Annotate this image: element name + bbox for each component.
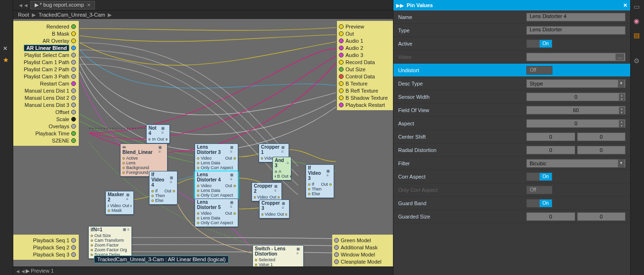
node-lens-distorter-3[interactable]: Lens Distorter 3⊞ ≡ VideoOutLens DataOnl… [195,143,238,172]
prop-row[interactable]: Center Shift00 [393,130,630,143]
node-cropper-3[interactable]: Cropper 3⊞ ≡ VideoOut [259,199,289,218]
inspector-header[interactable]: ▶▶ Pin Values ✕ [393,0,630,10]
toggle[interactable]: On [526,39,552,48]
prop-row[interactable]: Guard BandOn [393,197,630,210]
node-not4[interactable]: Not 4⊞ ≡ InOut [146,124,170,143]
io-port[interactable] [71,38,76,43]
io-port[interactable] [71,31,76,36]
io-port[interactable] [71,124,76,129]
node-lens-distorter-5[interactable]: Lens Distorter 5⊞ ≡ VideoOutLens DataOnl… [195,199,238,227]
io-port[interactable] [339,67,344,72]
tab-nav-prev[interactable]: ◄◄ [16,2,30,8]
prop-value[interactable]: 0▲▼ [526,119,630,128]
prop-value[interactable]: Off [526,186,630,194]
node-lens-distorter-4[interactable]: Lens Distorter 4⊞ ≡ VideoOutLens DataOnl… [195,171,238,199]
io-port[interactable] [71,81,76,86]
prop-row[interactable]: NameLens Distorter 4 [393,10,630,24]
prop-row[interactable]: Sensor Width0▲▼ [393,90,630,104]
gear-icon[interactable]: ⚙ [634,57,641,65]
prop-row[interactable]: Radial Distortion00 [393,143,630,157]
io-port[interactable] [71,245,76,250]
prop-value[interactable]: Lens Distorter 4 [526,13,630,21]
tab-nav-prev[interactable]: ◄◄ [15,268,26,274]
number-input[interactable]: 0 [577,212,626,221]
prop-row[interactable]: TypeLens Distorter [393,24,630,37]
layers-icon[interactable]: ▤ [634,31,641,39]
spinner-icon[interactable]: ▲▼ [619,107,625,114]
prop-value[interactable]: On [526,199,630,208]
close-icon[interactable]: ✕ [623,2,627,9]
io-port[interactable] [339,103,344,107]
prop-row[interactable]: Only Corr AspectOff [393,183,630,197]
node-canvas[interactable]: ✎ RenderedB MaskAR OverlayAR Linear Blen… [13,19,393,275]
number-input[interactable]: 0▲▼ [526,93,625,101]
io-port[interactable] [71,67,76,72]
io-port[interactable] [71,88,76,93]
breadcrumb[interactable]: Root ▶ TrackedCam_Unreal_3-Cam ▶ [13,10,393,19]
eye-icon[interactable]: ◉ [634,17,641,25]
io-port[interactable] [339,53,344,57]
prop-value[interactable]: 00 [526,212,630,221]
io-port[interactable] [339,46,344,50]
prop-value[interactable]: Off [526,66,630,75]
prop-value[interactable]: Lens Distorter [526,26,630,35]
prop-row[interactable]: Desc TypeStype▼ [393,77,630,90]
io-port[interactable] [71,46,76,50]
io-port[interactable] [334,259,339,264]
prop-value[interactable]: Stype▼ [526,79,630,88]
prop-row[interactable]: Video… [393,50,630,64]
spinner-icon[interactable]: ▲▼ [619,120,625,128]
io-port[interactable] [339,74,344,79]
node-if-video-3[interactable]: If Video 3⊞ ≡ IfOutThenElse [306,164,334,198]
prop-row[interactable]: Corr AspectOn [393,170,630,183]
io-port[interactable] [71,74,76,79]
text-input[interactable]: Lens Distorter 4 [526,13,625,21]
select-input[interactable]: Stype▼ [526,79,625,88]
io-port[interactable] [71,131,76,136]
toggle[interactable]: Off [526,66,552,75]
number-input[interactable]: 0 [526,212,575,221]
io-port[interactable] [71,138,76,143]
number-input[interactable]: 60▲▼ [526,106,625,114]
node-and-3[interactable]: And 3≡ ABOut [272,157,291,180]
select-input[interactable]: Bicubic▼ [526,159,625,168]
io-port[interactable] [71,110,76,114]
io-port[interactable] [334,238,339,243]
browse-field[interactable]: … [526,53,625,61]
breadcrumb-item[interactable]: TrackedCam_Unreal_3-Cam [38,12,105,18]
ellipsis-icon[interactable]: … [616,54,624,60]
node-if-video-4[interactable]: If Video 4⊞ ≡ IfOutThenElse [149,171,177,205]
prop-row[interactable]: FilterBicubic▼ [393,157,630,170]
io-port[interactable] [71,103,76,107]
text-input[interactable]: Lens Distorter [526,26,625,35]
prop-row[interactable]: Field Of View60▲▼ [393,104,630,117]
breadcrumb-root[interactable]: Root [18,12,29,18]
prop-row[interactable]: UndistortOff [393,64,630,77]
prop-value[interactable]: 0▲▼ [526,93,630,101]
prop-value[interactable]: 00 [526,133,630,141]
io-port[interactable] [71,24,76,29]
io-port[interactable] [71,95,76,100]
io-port[interactable] [334,245,339,250]
toggle[interactable]: On [526,172,552,181]
prop-row[interactable]: Guarded Size00 [393,210,630,223]
io-port[interactable] [339,60,344,65]
io-port[interactable] [71,252,76,257]
io-port[interactable] [71,238,76,243]
io-port[interactable] [71,60,76,65]
number-input[interactable]: 0 [526,146,575,154]
close-icon[interactable]: ✕ [3,45,8,52]
prop-row[interactable]: ActiveOn [393,37,630,50]
file-tab[interactable]: ▶ * bug report.xcomp ✕ [30,1,95,9]
number-input[interactable]: 0 [577,133,626,141]
tab-close-icon[interactable]: ✕ [87,2,91,8]
node-ifn1[interactable]: ifN=1⊞ ≡ Out SizeCam TransformZoom Facto… [88,226,132,259]
io-port[interactable] [339,95,344,100]
number-input[interactable]: 0 [577,146,626,154]
io-port[interactable] [339,31,344,36]
prop-value[interactable]: … [526,53,630,61]
node-masker-2[interactable]: Masker 2⊞ ≡ VideoOutMask [105,191,134,215]
toggle[interactable]: On [526,199,552,208]
bottom-tab-label[interactable]: ▶ Preview 1 [26,268,54,274]
io-port[interactable] [339,38,344,43]
